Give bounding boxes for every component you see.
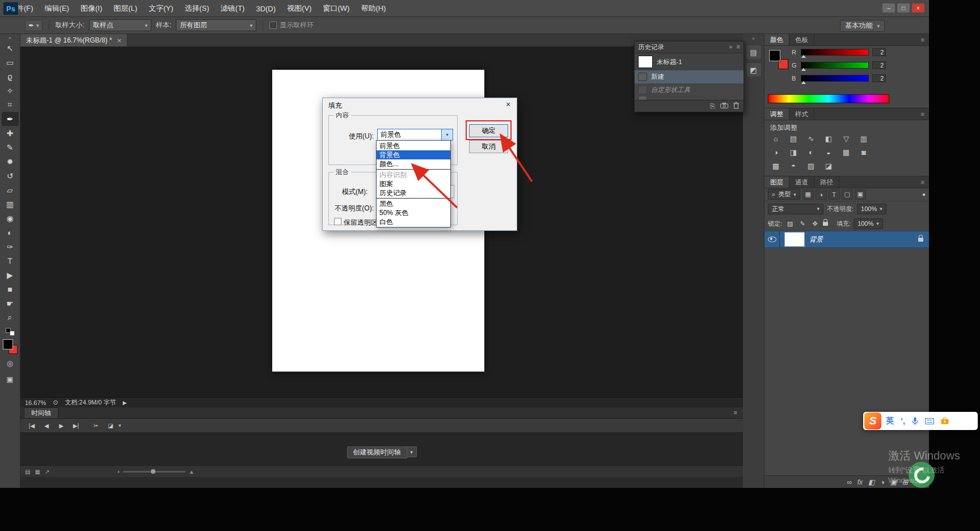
zoom-in-icon[interactable]: ▲: [189, 469, 195, 475]
document-tab[interactable]: 未标题-1 @ 16.7%(RGB/8) * ×: [20, 34, 128, 47]
opacity-select[interactable]: 100% ▾: [857, 204, 886, 214]
transition-button[interactable]: ◪: [104, 420, 117, 431]
path-selection-tool[interactable]: ▶: [2, 268, 19, 282]
layer-filter-type-select[interactable]: ⌕ 类型 ▾: [768, 189, 800, 200]
foreground-color-swatch[interactable]: [769, 50, 780, 61]
eyedropper-tool[interactable]: ✒: [2, 112, 19, 126]
panel-tab[interactable]: 调整: [764, 108, 789, 120]
close-button[interactable]: ×: [912, 3, 924, 12]
dropdown-option[interactable]: 背景色: [377, 150, 450, 159]
slider-handle[interactable]: [801, 68, 806, 71]
panel-tab[interactable]: 图层: [764, 176, 789, 188]
panel-menu-icon[interactable]: ≡: [737, 43, 740, 50]
create-video-timeline-dropdown[interactable]: ▾: [407, 446, 417, 457]
panel-tab[interactable]: 通道: [789, 176, 814, 188]
new-adjustment-layer-button[interactable]: ◑: [880, 478, 884, 486]
quick-selection-tool[interactable]: ✧: [2, 83, 19, 98]
ok-button[interactable]: 确定: [469, 124, 508, 137]
tool-preset-picker[interactable]: ✒ ▾: [25, 20, 43, 31]
menu-item[interactable]: 滤镜(T): [215, 0, 251, 17]
toolbox-icon[interactable]: [941, 418, 949, 424]
foreground-background-colors[interactable]: [3, 339, 18, 354]
first-frame-button[interactable]: |◀: [25, 420, 39, 431]
pen-tool[interactable]: ✑: [2, 239, 19, 254]
channel-slider[interactable]: [801, 49, 869, 56]
create-video-timeline-button[interactable]: 创建视频时间轴: [347, 446, 407, 458]
tab-timeline[interactable]: 时间轴: [24, 407, 58, 418]
panel-collapse-icon[interactable]: »: [729, 43, 732, 50]
dropdown-option[interactable]: 50% 灰色: [377, 208, 450, 217]
lasso-tool[interactable]: ϱ: [2, 69, 19, 83]
channel-slider[interactable]: [801, 62, 869, 69]
microphone-icon[interactable]: [912, 417, 918, 425]
timeline-zoom-slider[interactable]: ▴ ▲: [117, 469, 194, 475]
collapsed-panel-button-2[interactable]: ◩: [746, 63, 761, 77]
adjustment-color-balance[interactable]: ◑: [769, 147, 783, 158]
maximize-button[interactable]: □: [897, 3, 910, 12]
ime-punctuation-button[interactable]: ’,: [901, 416, 905, 425]
dropdown-option[interactable]: 图案: [377, 179, 450, 188]
panel-tab[interactable]: 路径: [814, 176, 839, 188]
eye-icon[interactable]: [768, 237, 776, 242]
blur-tool[interactable]: ◉: [2, 211, 19, 225]
menu-item[interactable]: 文字(Y): [143, 0, 179, 17]
brush-tool[interactable]: ✎: [2, 140, 19, 154]
adjustment-color-lookup[interactable]: ▦: [839, 147, 853, 158]
dropdown-option[interactable]: 历史记录: [377, 188, 450, 197]
screen-mode-button[interactable]: ▣: [2, 372, 19, 386]
delete-state-button[interactable]: [733, 102, 739, 111]
adjustment-black-white[interactable]: ◨: [787, 147, 800, 158]
zoom-level-field[interactable]: 16.67%: [25, 399, 46, 406]
adjustment-channel-mixer[interactable]: ◒: [822, 147, 835, 158]
channel-value-field[interactable]: 2: [872, 74, 886, 82]
slider-handle[interactable]: [801, 55, 806, 58]
layer-visibility-cell[interactable]: [764, 231, 780, 247]
foreground-color-chip[interactable]: [3, 339, 13, 349]
expand-dock-icon[interactable]: «: [752, 36, 755, 41]
quick-mask-button[interactable]: ◎: [2, 356, 19, 370]
crop-tool[interactable]: ⌗: [2, 98, 19, 112]
cancel-button[interactable]: 取消: [469, 140, 508, 153]
minimize-button[interactable]: –: [882, 3, 895, 12]
ime-language-button[interactable]: 英: [886, 416, 894, 426]
move-tool[interactable]: ↖: [2, 41, 19, 55]
show-sampling-ring-checkbox[interactable]: 显示取样环: [269, 20, 314, 30]
dropdown-option[interactable]: 白色: [377, 217, 450, 226]
dropdown-option[interactable]: 前景色: [377, 141, 450, 150]
adjustment-gradient-map[interactable]: ▨: [804, 161, 818, 171]
horizontal-type-tool[interactable]: T: [2, 254, 19, 268]
dialog-close-button[interactable]: ×: [500, 98, 517, 111]
zoom-out-icon[interactable]: ▴: [117, 469, 120, 474]
channel-value-field[interactable]: 2: [872, 61, 886, 69]
adjustment-photo-filter[interactable]: ◐: [804, 147, 818, 158]
blend-mode-select[interactable]: 正常 ▾: [768, 204, 823, 214]
history-state-row[interactable]: 新建: [635, 70, 744, 83]
adjustment-invert[interactable]: ◙: [857, 147, 871, 158]
use-select[interactable]: 前景色 ▾: [377, 129, 453, 141]
zoom-slider-track[interactable]: [123, 471, 185, 473]
menu-item[interactable]: 窗口(W): [317, 0, 355, 17]
dropdown-option[interactable]: [377, 168, 450, 170]
dodge-tool[interactable]: ◐: [2, 225, 19, 239]
healing-brush-tool[interactable]: ✚: [2, 126, 19, 140]
new-document-from-state-button[interactable]: ⎘: [709, 102, 715, 110]
panel-menu-icon[interactable]: ≡: [921, 36, 924, 43]
adjustment-posterize[interactable]: ▩: [769, 161, 783, 171]
adjustment-vibrance[interactable]: ▽: [839, 133, 853, 144]
menu-item[interactable]: 帮助(H): [355, 0, 391, 17]
menu-item[interactable]: 图层(L): [108, 0, 143, 17]
panel-tab[interactable]: 颜色: [764, 34, 789, 45]
filter-smart-objects-button[interactable]: ▣: [855, 189, 866, 200]
panel-tab[interactable]: 样式: [789, 108, 814, 120]
slider-handle[interactable]: [801, 81, 806, 84]
adjustment-selective-color[interactable]: ◪: [822, 161, 835, 171]
layer-name[interactable]: 背景: [809, 235, 823, 245]
layer-row-background[interactable]: 背景: [764, 231, 929, 248]
filter-shape-layers-button[interactable]: ▢: [842, 189, 853, 200]
history-brush-tool[interactable]: ↺: [2, 168, 19, 183]
eraser-tool[interactable]: ▱: [2, 183, 19, 197]
filter-type-layers-button[interactable]: T: [829, 189, 840, 200]
rectangle-tool[interactable]: ■: [2, 282, 19, 296]
workspace-switcher-button[interactable]: 基本功能 ▾: [840, 20, 885, 32]
adjustment-exposure[interactable]: ◧: [822, 133, 835, 144]
